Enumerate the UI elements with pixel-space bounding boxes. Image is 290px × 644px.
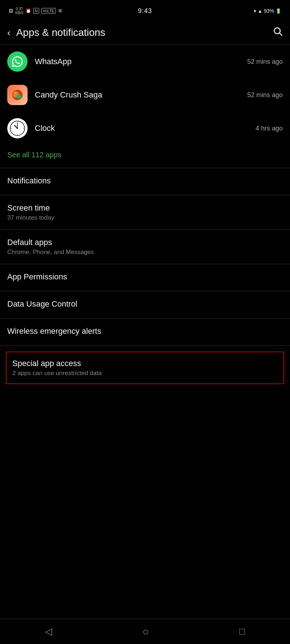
search-button[interactable]	[273, 26, 283, 39]
nfc-icon: N	[33, 8, 39, 14]
speed-indicator: 0.37 KB/S	[15, 7, 24, 15]
app-name: Candy Crush Saga	[35, 90, 240, 100]
signal-icon: ▲	[258, 8, 262, 14]
battery-icon: 🔋	[276, 8, 281, 14]
screen-time-subtitle: 37 minutes today	[7, 214, 283, 221]
whatsapp-icon	[7, 51, 28, 72]
svg-line-1	[279, 33, 282, 35]
screen-time-menu-item[interactable]: Screen time 37 minutes today	[0, 195, 290, 229]
app-time: 52 mins ago	[247, 58, 283, 66]
notifications-menu-item[interactable]: Notifications	[0, 168, 290, 195]
navigation-bar: ◁ ○ □	[0, 619, 290, 644]
page-title: Apps & notifications	[16, 27, 267, 38]
wireless-alerts-menu-item[interactable]: Wireless emergency alerts	[0, 319, 290, 345]
special-access-subtitle: 2 apps can use unrestricted data	[12, 370, 278, 377]
wifi-icon: ▾	[254, 8, 256, 14]
default-apps-title: Default apps	[7, 238, 283, 247]
data-usage-menu-item[interactable]: Data Usage Control	[0, 291, 290, 318]
clock-icon	[7, 118, 28, 138]
battery-text: 93%	[264, 8, 274, 14]
list-item[interactable]: Candy Crush Saga 52 mins ago	[0, 78, 290, 112]
section-divider-7	[0, 345, 290, 346]
home-nav-button[interactable]: ○	[142, 626, 149, 638]
alarm-icon: ⏰	[26, 8, 31, 13]
default-apps-menu-item[interactable]: Default apps Chrome, Phone, and Messages	[0, 230, 290, 264]
status-left-icons: 🖼 0.37 KB/S ⏰ N VoLTE ⌘	[9, 7, 62, 15]
app-time: 4 hrs ago	[256, 125, 283, 132]
special-access-title: Special app access	[12, 359, 278, 368]
header: ‹ Apps & notifications	[0, 22, 290, 45]
status-right-icons: ▾ ▲ 93% 🔋	[254, 8, 281, 14]
bluetooth-icon: ⌘	[58, 8, 62, 13]
notifications-title: Notifications	[7, 176, 283, 186]
app-permissions-title: App Permissions	[7, 272, 283, 282]
svg-point-6	[13, 94, 14, 95]
list-item[interactable]: Clock 4 hrs ago	[0, 112, 290, 145]
status-time: 9:43	[138, 7, 152, 15]
candy-crush-icon	[7, 85, 28, 105]
back-button[interactable]: ‹	[7, 28, 11, 37]
data-usage-title: Data Usage Control	[7, 299, 283, 309]
svg-point-4	[17, 94, 21, 99]
status-bar: 🖼 0.37 KB/S ⏰ N VoLTE ⌘ 9:43 ▾ ▲ 93% 🔋	[0, 0, 290, 22]
wireless-alerts-title: Wireless emergency alerts	[7, 327, 283, 336]
default-apps-subtitle: Chrome, Phone, and Messages	[7, 249, 283, 256]
recents-nav-button[interactable]: □	[239, 626, 245, 637]
see-all-apps-link[interactable]: See all 112 apps	[0, 145, 290, 168]
special-app-access-menu-item[interactable]: Special app access 2 apps can use unrest…	[6, 352, 284, 384]
app-permissions-menu-item[interactable]: App Permissions	[0, 264, 290, 291]
screen-time-title: Screen time	[7, 203, 283, 213]
app-name: WhatsApp	[35, 57, 240, 66]
app-name: Clock	[35, 124, 248, 133]
screenshot-icon: 🖼	[9, 8, 13, 13]
app-time: 52 mins ago	[247, 91, 283, 99]
list-item[interactable]: WhatsApp 52 mins ago	[0, 45, 290, 78]
back-nav-button[interactable]: ◁	[45, 626, 52, 637]
volte-icon: VoLTE	[41, 8, 56, 14]
